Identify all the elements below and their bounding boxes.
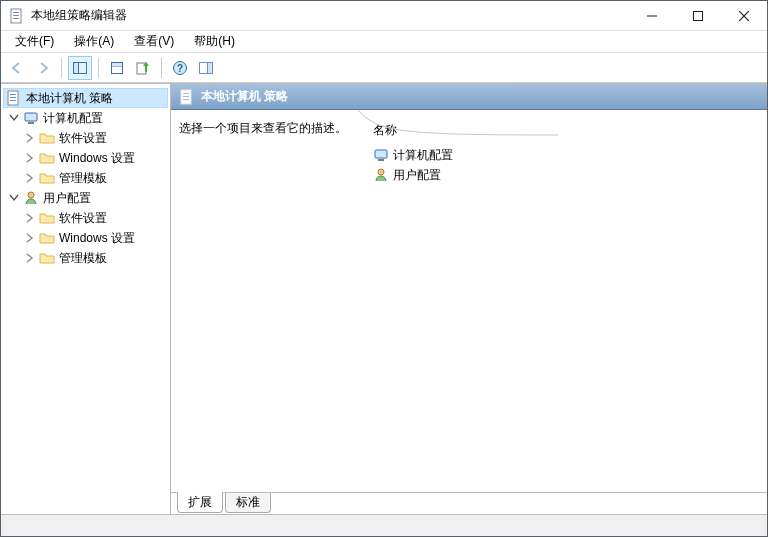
computer-icon xyxy=(23,110,39,126)
policy-document-icon xyxy=(179,89,195,105)
folder-icon xyxy=(39,130,55,146)
svg-rect-29 xyxy=(375,150,387,158)
tree-pane[interactable]: 本地计算机 策略 计算机配置 xyxy=(1,84,171,514)
menubar: 文件(F) 操作(A) 查看(V) 帮助(H) xyxy=(1,31,767,53)
svg-point-24 xyxy=(28,192,34,198)
chevron-right-icon[interactable] xyxy=(23,131,37,145)
chevron-right-icon[interactable] xyxy=(23,171,37,185)
tab-standard[interactable]: 标准 xyxy=(225,493,271,513)
svg-rect-3 xyxy=(13,18,19,19)
menu-file[interactable]: 文件(F) xyxy=(7,31,62,52)
detail-tabs: 扩展 标准 xyxy=(171,492,767,514)
maximize-button[interactable] xyxy=(675,1,721,31)
tree-node-label: Windows 设置 xyxy=(59,230,135,247)
tree-node-label: Windows 设置 xyxy=(59,150,135,167)
toolbar-separator xyxy=(98,58,99,78)
svg-rect-12 xyxy=(112,63,122,66)
svg-rect-2 xyxy=(13,15,19,16)
tree-admin-templates[interactable]: 管理模板 xyxy=(3,168,168,188)
window-controls xyxy=(629,1,767,31)
menu-action[interactable]: 操作(A) xyxy=(66,31,122,52)
svg-rect-20 xyxy=(10,97,16,98)
list-item-user-config[interactable]: 用户配置 xyxy=(369,165,759,185)
toolbar-separator xyxy=(61,58,62,78)
svg-rect-5 xyxy=(694,11,703,20)
svg-rect-23 xyxy=(28,122,34,124)
nav-back-button[interactable] xyxy=(5,56,29,80)
tree-node-label: 软件设置 xyxy=(59,130,107,147)
svg-rect-30 xyxy=(378,159,384,161)
content-area: 本地计算机 策略 计算机配置 xyxy=(1,83,767,514)
show-hide-tree-button[interactable] xyxy=(68,56,92,80)
svg-rect-19 xyxy=(10,94,16,95)
svg-rect-27 xyxy=(183,96,189,97)
minimize-button[interactable] xyxy=(629,1,675,31)
svg-rect-1 xyxy=(13,12,19,13)
list-item-computer-config[interactable]: 计算机配置 xyxy=(369,145,759,165)
svg-rect-9 xyxy=(74,62,79,73)
svg-rect-26 xyxy=(183,93,189,94)
export-list-button[interactable] xyxy=(131,56,155,80)
column-header-name[interactable]: 名称 xyxy=(369,120,759,141)
chevron-down-icon[interactable] xyxy=(7,191,21,205)
help-button[interactable]: ? xyxy=(168,56,192,80)
chevron-right-icon[interactable] xyxy=(23,251,37,265)
tab-extended[interactable]: 扩展 xyxy=(177,492,223,513)
tree-root-node[interactable]: 本地计算机 策略 xyxy=(3,88,168,108)
chevron-down-icon[interactable] xyxy=(7,111,21,125)
show-hide-action-pane-button[interactable] xyxy=(194,56,218,80)
user-icon xyxy=(23,190,39,206)
tree-node-label: 本地计算机 策略 xyxy=(26,90,113,107)
statusbar xyxy=(1,514,767,536)
folder-icon xyxy=(39,230,55,246)
svg-rect-21 xyxy=(10,100,16,101)
tree-node-label: 用户配置 xyxy=(43,190,91,207)
policy-document-icon xyxy=(9,8,25,24)
toolbar: ? xyxy=(1,53,767,83)
tree-windows-settings[interactable]: Windows 设置 xyxy=(3,148,168,168)
detail-list: 名称 计算机配置 用户配置 xyxy=(369,120,759,484)
svg-rect-22 xyxy=(25,113,37,121)
folder-icon xyxy=(39,250,55,266)
list-item-label: 用户配置 xyxy=(393,167,441,184)
tree-node-label: 管理模板 xyxy=(59,170,107,187)
detail-header-title: 本地计算机 策略 xyxy=(201,88,288,105)
detail-header: 本地计算机 策略 xyxy=(171,84,767,110)
menu-help[interactable]: 帮助(H) xyxy=(186,31,243,52)
tree-node-label: 计算机配置 xyxy=(43,110,103,127)
svg-rect-17 xyxy=(208,62,213,73)
description-prompt: 选择一个项目来查看它的描述。 xyxy=(179,121,347,135)
window-title: 本地组策略编辑器 xyxy=(31,7,629,24)
main-window: 本地组策略编辑器 文件(F) 操作(A) 查看(V) 帮助(H) xyxy=(0,0,768,537)
tree-user-config[interactable]: 用户配置 xyxy=(3,188,168,208)
close-button[interactable] xyxy=(721,1,767,31)
chevron-right-icon[interactable] xyxy=(23,211,37,225)
tree-windows-settings-user[interactable]: Windows 设置 xyxy=(3,228,168,248)
properties-button[interactable] xyxy=(105,56,129,80)
tree-node-label: 管理模板 xyxy=(59,250,107,267)
folder-icon xyxy=(39,170,55,186)
tree-admin-templates-user[interactable]: 管理模板 xyxy=(3,248,168,268)
menu-view[interactable]: 查看(V) xyxy=(126,31,182,52)
svg-rect-28 xyxy=(183,99,189,100)
chevron-right-icon[interactable] xyxy=(23,151,37,165)
policy-document-icon xyxy=(6,90,22,106)
tree-computer-config[interactable]: 计算机配置 xyxy=(3,108,168,128)
description-area: 选择一个项目来查看它的描述。 xyxy=(179,120,369,484)
tree-software-settings-user[interactable]: 软件设置 xyxy=(3,208,168,228)
list-item-label: 计算机配置 xyxy=(393,147,453,164)
toolbar-separator xyxy=(161,58,162,78)
titlebar: 本地组策略编辑器 xyxy=(1,1,767,31)
tree-node-label: 软件设置 xyxy=(59,210,107,227)
chevron-right-icon[interactable] xyxy=(23,231,37,245)
folder-icon xyxy=(39,210,55,226)
svg-text:?: ? xyxy=(177,63,183,74)
detail-pane: 本地计算机 策略 选择一个项目来查看它的描述。 名称 计算机配置 xyxy=(171,84,767,514)
detail-body: 选择一个项目来查看它的描述。 名称 计算机配置 用户配置 xyxy=(171,110,767,492)
user-icon xyxy=(373,167,389,183)
computer-icon xyxy=(373,147,389,163)
nav-forward-button[interactable] xyxy=(31,56,55,80)
folder-icon xyxy=(39,150,55,166)
tree-software-settings[interactable]: 软件设置 xyxy=(3,128,168,148)
svg-point-31 xyxy=(378,169,384,175)
